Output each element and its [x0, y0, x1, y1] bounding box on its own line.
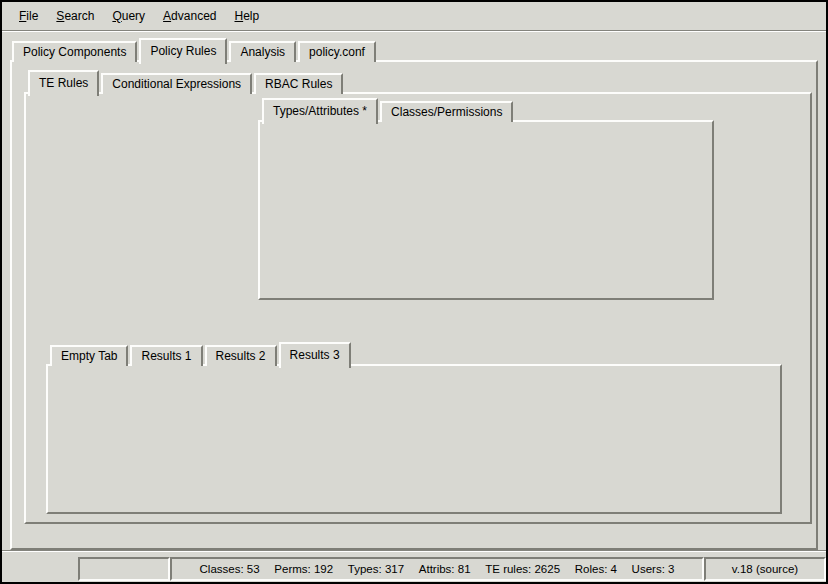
status-version-panel: v.18 (source) [704, 557, 826, 581]
tab-policy-conf[interactable]: policy.conf [298, 41, 376, 62]
tab-policy-components[interactable]: Policy Components [12, 41, 137, 62]
types-attributes-page [258, 120, 714, 300]
policy-version-label: v.18 (source) [732, 563, 798, 575]
tab-policy-rules[interactable]: Policy Rules [139, 38, 227, 64]
menu-help[interactable]: Help [225, 7, 268, 25]
menu-file[interactable]: File [10, 7, 47, 25]
app-window: FileSearchQueryAdvancedHelp Policy Compo… [0, 0, 828, 584]
menu-query[interactable]: Query [103, 7, 154, 25]
status-stats-text: Classes: 53 Perms: 192 Types: 317 Attrib… [200, 563, 675, 575]
sub-tabbar: TE RulesConditional ExpressionsRBAC Rule… [28, 70, 345, 94]
menu-search[interactable]: Search [47, 7, 103, 25]
main-tabbar: Policy ComponentsPolicy RulesAnalysispol… [12, 36, 378, 62]
tab-types-attributes[interactable]: Types/Attributes * [262, 98, 378, 124]
tab-conditional-expressions[interactable]: Conditional Expressions [101, 73, 252, 94]
status-empty-panel [78, 557, 170, 581]
results-tab-empty-tab[interactable]: Empty Tab [50, 345, 128, 366]
tab-rbac-rules[interactable]: RBAC Rules [254, 73, 343, 94]
menubar-separator [2, 30, 826, 32]
results-page [46, 364, 782, 514]
criteria-tabbar: Types/Attributes *Classes/Permissions [262, 100, 515, 122]
menu-advanced[interactable]: Advanced [154, 7, 225, 25]
status-stats-panel: Classes: 53 Perms: 192 Types: 317 Attrib… [170, 557, 704, 581]
results-tab-results-3[interactable]: Results 3 [279, 342, 351, 368]
tab-te-rules[interactable]: TE Rules [28, 70, 99, 96]
tab-classes-permissions[interactable]: Classes/Permissions [380, 101, 513, 122]
statusbar-separator [2, 550, 826, 552]
menu-bar: FileSearchQueryAdvancedHelp [2, 2, 826, 30]
results-tab-results-2[interactable]: Results 2 [205, 345, 277, 366]
results-tabbar: Empty TabResults 1Results 2Results 3 [50, 342, 353, 366]
tab-analysis[interactable]: Analysis [229, 41, 296, 62]
results-tab-results-1[interactable]: Results 1 [130, 345, 202, 366]
